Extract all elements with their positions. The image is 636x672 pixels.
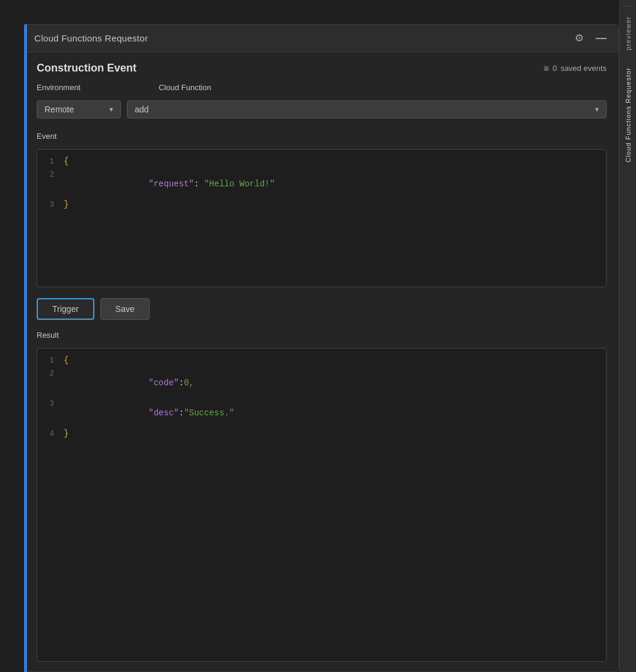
event-code-editor[interactable]: 1 { 2 "request": "Hello World!" bbox=[37, 149, 607, 287]
buttons-row: Trigger Save bbox=[37, 298, 607, 320]
title-bar-icons: ⚙ — bbox=[572, 29, 609, 47]
environment-chevron-icon: ▾ bbox=[109, 105, 113, 114]
event-line-3: 3 } bbox=[37, 199, 606, 212]
dropdowns-row: Remote ▾ add ▾ bbox=[37, 100, 607, 118]
saved-events-label: saved events bbox=[560, 64, 607, 73]
sidebar-item-previewer[interactable]: previewer bbox=[622, 6, 634, 57]
minimize-button[interactable]: — bbox=[593, 29, 609, 47]
saved-events-count: 0 bbox=[552, 64, 557, 73]
environment-dropdown[interactable]: Remote ▾ bbox=[37, 100, 121, 118]
result-line-3: 3 "desc":"Success." bbox=[37, 398, 606, 428]
result-line-1: 1 { bbox=[37, 355, 606, 368]
result-line-4: 4 } bbox=[37, 428, 606, 441]
right-sidebar: previewer Cloud Functions Requestor bbox=[619, 0, 636, 672]
main-panel: Cloud Functions Requestor ⚙ — Constructi… bbox=[24, 24, 619, 672]
event-line-2: 2 "request": "Hello World!" bbox=[37, 169, 606, 199]
event-line-1: 1 { bbox=[37, 156, 606, 169]
cloud-function-dropdown-value: add bbox=[135, 105, 148, 114]
cloud-function-dropdown[interactable]: add ▾ bbox=[127, 100, 607, 118]
gear-icon: ⚙ bbox=[575, 32, 584, 44]
labels-row: Environment Cloud Function bbox=[37, 83, 607, 92]
section-header: Construction Event ≡ 0 saved events bbox=[37, 62, 607, 75]
title-bar: Cloud Functions Requestor ⚙ — bbox=[25, 25, 619, 52]
cloud-function-label: Cloud Function bbox=[159, 83, 211, 92]
saved-events-icon: ≡ bbox=[543, 63, 549, 73]
result-code-editor[interactable]: 1 { 2 "code":0, bbox=[37, 348, 607, 662]
sidebar-item-cloud-functions-requestor[interactable]: Cloud Functions Requestor bbox=[622, 61, 634, 168]
left-accent-bar bbox=[24, 24, 27, 672]
minimize-icon: — bbox=[596, 32, 607, 44]
save-button[interactable]: Save bbox=[100, 298, 150, 320]
environment-dropdown-value: Remote bbox=[44, 105, 74, 114]
section-title: Construction Event bbox=[37, 62, 136, 75]
result-field-label: Result bbox=[37, 331, 607, 340]
environment-label: Environment bbox=[37, 83, 81, 92]
saved-events-info: ≡ 0 saved events bbox=[543, 63, 607, 73]
result-line-2: 2 "code":0, bbox=[37, 368, 606, 398]
event-field-label: Event bbox=[37, 132, 607, 141]
trigger-button[interactable]: Trigger bbox=[37, 298, 94, 320]
title-bar-text: Cloud Functions Requestor bbox=[34, 33, 148, 43]
gear-button[interactable]: ⚙ bbox=[572, 29, 586, 47]
content-area: Construction Event ≡ 0 saved events Envi… bbox=[25, 52, 619, 671]
cloud-function-chevron-icon: ▾ bbox=[595, 105, 599, 114]
